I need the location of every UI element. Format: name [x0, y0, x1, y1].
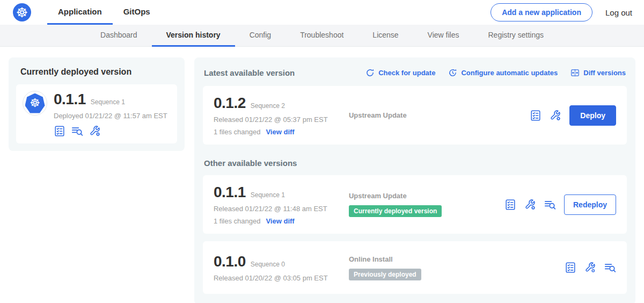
tab-application[interactable]: Application [47, 0, 113, 25]
view-diff-link[interactable]: View diff [266, 217, 294, 225]
view-diff-link[interactable]: View diff [266, 128, 294, 136]
tab-config[interactable]: Config [235, 25, 286, 47]
tab-registry-settings[interactable]: Registry settings [474, 25, 558, 47]
app-logo: ☸ [23, 91, 47, 116]
diff-icon [570, 68, 580, 77]
add-application-button[interactable]: Add a new application [491, 3, 592, 21]
files-changed-label: 1 files changed [214, 128, 260, 136]
tab-troubleshoot[interactable]: Troubleshoot [286, 25, 358, 47]
edit-config-icon[interactable] [524, 199, 536, 211]
sequence-label: Sequence 2 [251, 102, 285, 110]
tab-license[interactable]: License [358, 25, 413, 47]
deployed-timestamp: Deployed 01/21/22 @ 11:57 am EST [54, 112, 171, 120]
check-for-update-label: Check for update [378, 69, 435, 77]
currently-deployed-panel: Currently deployed version ☸ 0.1.1 Seque… [9, 57, 185, 151]
release-notes-icon[interactable] [530, 110, 541, 121]
version-source-label: Online Install [349, 255, 504, 263]
currently-deployed-badge: Currently deployed version [349, 205, 442, 217]
refresh-icon [365, 68, 375, 77]
check-for-update-link[interactable]: Check for update [365, 68, 435, 77]
tab-dashboard[interactable]: Dashboard [86, 25, 152, 47]
configure-automatic-updates-link[interactable]: Configure automatic updates [448, 68, 558, 77]
released-timestamp: Released 01/21/22 @ 11:48 am EST [214, 205, 349, 213]
deployed-version-number: 0.1.1 [54, 91, 86, 108]
deployed-sequence-label: Sequence 1 [91, 98, 125, 106]
version-number: 0.1.0 [214, 253, 246, 270]
top-nav: ☸ Application GitOps Add a new applicati… [0, 0, 644, 25]
release-notes-icon[interactable] [54, 125, 65, 137]
redeploy-button[interactable]: Redeploy [564, 194, 616, 215]
tab-view-files[interactable]: View files [413, 25, 474, 47]
latest-version-title: Latest available version [204, 68, 295, 77]
version-card-0-1-1: 0.1.1 Sequence 1 Released 01/21/22 @ 11:… [203, 175, 627, 234]
kubernetes-logo: ☸ [13, 3, 31, 21]
release-notes-icon[interactable] [504, 199, 516, 211]
preflight-checks-icon[interactable] [544, 199, 556, 211]
kubernetes-icon: ☸ [25, 93, 45, 113]
version-number: 0.1.2 [214, 95, 246, 112]
release-notes-icon[interactable] [565, 262, 576, 273]
deployed-panel-title: Currently deployed version [20, 67, 177, 77]
edit-config-icon[interactable] [550, 110, 561, 121]
previously-deployed-badge: Previously deployed [349, 269, 421, 280]
version-number: 0.1.1 [214, 184, 246, 201]
other-versions-title: Other available versions [204, 158, 626, 168]
deployed-version-card: ☸ 0.1.1 Sequence 1 Deployed 01/21/22 @ 1… [16, 84, 177, 143]
files-changed-label: 1 files changed [214, 217, 260, 225]
logout-button[interactable]: Log out [605, 8, 632, 17]
preflight-checks-icon[interactable] [71, 125, 83, 137]
version-card-0-1-0: 0.1.0 Sequence 0 Released 01/20/22 @ 03:… [203, 241, 627, 294]
version-source-label: Upstream Update [349, 192, 504, 200]
diff-versions-link[interactable]: Diff versions [570, 68, 626, 77]
preflight-checks-icon[interactable] [604, 262, 616, 273]
configure-automatic-updates-label: Configure automatic updates [461, 69, 558, 77]
automatic-updates-icon [448, 68, 457, 77]
main-content: Currently deployed version ☸ 0.1.1 Seque… [0, 47, 644, 303]
app-subnav: Dashboard Version history Config Trouble… [0, 25, 644, 47]
tab-gitops[interactable]: GitOps [113, 0, 161, 25]
released-timestamp: Released 01/21/22 @ 05:37 pm EST [214, 116, 349, 124]
view-config-icon[interactable] [584, 262, 596, 273]
sequence-label: Sequence 1 [251, 191, 285, 199]
version-history-panel: Latest available version Check for updat… [194, 57, 635, 303]
version-source-label: Upstream Update [349, 111, 504, 119]
edit-config-icon[interactable] [89, 125, 101, 137]
deploy-button[interactable]: Deploy [569, 105, 616, 126]
diff-versions-label: Diff versions [583, 69, 626, 77]
released-timestamp: Released 01/20/22 @ 03:05 pm EST [214, 274, 349, 282]
tab-version-history[interactable]: Version history [152, 25, 235, 47]
sequence-label: Sequence 0 [251, 261, 285, 268]
version-card-0-1-2: 0.1.2 Sequence 2 Released 01/21/22 @ 05:… [203, 86, 627, 145]
app-tabs: Application GitOps [47, 0, 161, 25]
